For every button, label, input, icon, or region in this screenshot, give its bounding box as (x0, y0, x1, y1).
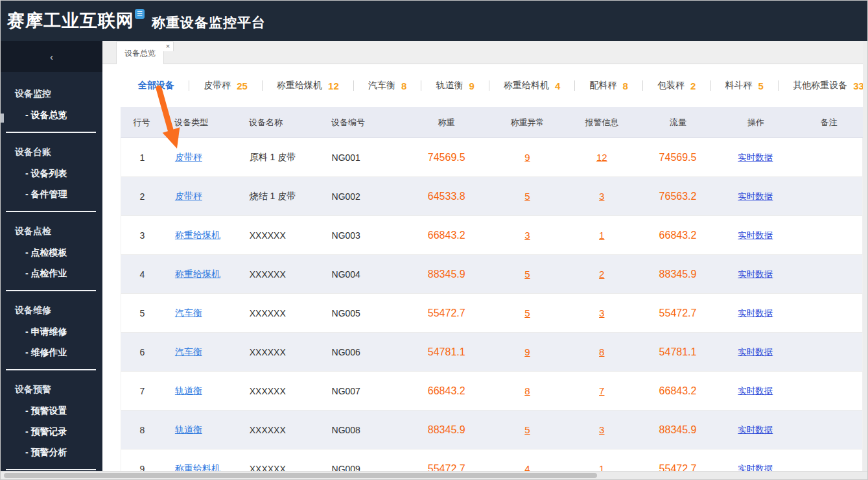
realtime-data-link[interactable]: 实时数据 (738, 347, 773, 357)
row-number: 8 (121, 425, 163, 435)
filter-bar: 全部设备皮带秤25称重给煤机12汽车衡8轨道衡9称重给料机4配料秤8包装秤2料斗… (138, 76, 864, 95)
tab-label: 设备总览 (124, 48, 156, 59)
sidebar-collapse-button[interactable]: ‹ (1, 41, 102, 72)
filter-item-label: 称重给煤机 (277, 80, 322, 91)
abnormal-count-link[interactable]: 5 (524, 191, 530, 202)
filter-item[interactable]: 称重给料机4 (504, 80, 560, 91)
realtime-data-link[interactable]: 实时数据 (738, 269, 773, 279)
table-cell: 88345.9 (403, 269, 490, 280)
table-cell: 实时数据 (716, 191, 794, 202)
tab-close-icon[interactable]: × (163, 42, 174, 51)
device-type-link[interactable]: 轨道衡 (175, 424, 202, 435)
filter-item[interactable]: 包装秤2 (657, 80, 696, 91)
filter-item[interactable]: 配料秤8 (590, 80, 628, 91)
alarm-count-link[interactable]: 2 (599, 269, 604, 280)
table-cell: 实时数据 (716, 152, 794, 163)
filter-item[interactable]: 轨道衡9 (436, 80, 474, 91)
flow-value: 88345.9 (659, 424, 697, 435)
device-type-link[interactable]: 皮带秤 (175, 191, 202, 201)
horizontal-scrollbar-thumb[interactable] (4, 473, 597, 478)
sidebar-item[interactable]: - 预警设置 (1, 400, 102, 421)
table-body: 1皮带秤原料 1 皮带NG00174569.591274569.5实时数据2皮带… (121, 138, 863, 480)
abnormal-count-link[interactable]: 9 (524, 152, 530, 163)
table-cell: 轨道衡 (163, 424, 225, 436)
weight-value: 88345.9 (428, 269, 465, 280)
filter-item[interactable]: 称重给煤机12 (277, 80, 339, 91)
device-type-link[interactable]: 汽车衡 (175, 346, 202, 357)
sidebar-item[interactable]: - 备件管理 (1, 184, 102, 204)
realtime-data-link[interactable]: 实时数据 (738, 308, 773, 318)
realtime-data-link[interactable]: 实时数据 (738, 386, 773, 396)
device-code: NG003 (312, 230, 403, 241)
alarm-count-link[interactable]: 3 (599, 424, 604, 435)
tab-device-overview[interactable]: 设备总览 × (116, 42, 164, 64)
abnormal-count-link[interactable]: 5 (524, 424, 530, 435)
table-row: 6汽车衡XXXXXXNG00654781.19854781.1实时数据 (121, 333, 863, 372)
sidebar-item[interactable]: - 预警记录 (1, 421, 102, 442)
table-cell: 88345.9 (403, 424, 490, 436)
sidebar-item[interactable]: - 申请维修 (1, 321, 102, 342)
alarm-count-link[interactable]: 1 (599, 230, 604, 241)
device-type-link[interactable]: 轨道衡 (175, 385, 202, 396)
alarm-count-link[interactable]: 7 (599, 385, 604, 396)
weight-value: 66843.2 (428, 230, 465, 241)
alarm-count-link[interactable]: 3 (599, 191, 604, 202)
filter-item[interactable]: 料斗秤5 (725, 80, 764, 91)
device-type-link[interactable]: 汽车衡 (175, 307, 202, 318)
vertical-scrollbar[interactable] (863, 41, 867, 472)
column-header: 称重异常 (490, 117, 565, 128)
menu-badge-icon: ☰ (135, 9, 145, 19)
column-header: 报警信息 (565, 117, 639, 128)
table-cell: 74569.5 (639, 152, 717, 163)
filter-item[interactable]: 皮带秤25 (204, 80, 248, 91)
sidebar-item[interactable]: - 设备总览 (1, 104, 102, 125)
abnormal-count-link[interactable]: 9 (524, 346, 530, 357)
filter-item[interactable]: 汽车衡8 (368, 80, 406, 91)
alarm-count-link[interactable]: 12 (596, 152, 607, 163)
device-code: NG004 (312, 269, 403, 280)
abnormal-count-link[interactable]: 5 (524, 307, 530, 318)
alarm-count-link[interactable]: 3 (599, 307, 604, 318)
sidebar-nav: 设备监控- 设备总览设备台账- 设备列表- 备件管理设备点检- 点检模板- 点检… (1, 72, 102, 470)
filter-item-label: 称重给料机 (504, 80, 549, 91)
sidebar-item[interactable]: - 设备列表 (1, 163, 102, 184)
table-cell: 64533.8 (403, 191, 490, 202)
abnormal-count-link[interactable]: 3 (524, 230, 530, 241)
device-code: NG001 (312, 152, 403, 163)
filter-item[interactable]: 其他称重设备33 (793, 80, 864, 91)
filter-item-label: 料斗秤 (725, 80, 753, 91)
horizontal-scrollbar[interactable] (1, 471, 868, 479)
table-cell: 7 (565, 385, 639, 396)
sidebar-item[interactable]: - 预警分析 (1, 442, 102, 462)
filter-item-label: 皮带秤 (204, 80, 231, 91)
table-cell: 76563.2 (639, 191, 717, 202)
filter-item-all-devices[interactable]: 全部设备 (138, 80, 174, 91)
sidebar-item[interactable]: - 点检作业 (1, 263, 102, 283)
alarm-count-link[interactable]: 8 (599, 346, 604, 357)
realtime-data-link[interactable]: 实时数据 (738, 152, 773, 162)
realtime-data-link[interactable]: 实时数据 (738, 230, 773, 240)
abnormal-count-link[interactable]: 8 (524, 385, 530, 396)
column-header: 流量 (639, 117, 717, 128)
app-header: 赛摩工业互联网 ☰ 称重设备监控平台 (1, 1, 868, 41)
sidebar-divider (6, 290, 96, 291)
table-row: 8轨道衡XXXXXXNG00888345.95388345.9实时数据 (121, 411, 863, 450)
row-number: 3 (121, 230, 163, 241)
table-cell: 1 (565, 230, 639, 241)
abnormal-count-link[interactable]: 5 (524, 269, 530, 280)
app-window: 赛摩工业互联网 ☰ 称重设备监控平台 ‹ 设备监控- 设备总览设备台账- 设备列… (0, 0, 868, 480)
sidebar-item[interactable]: - 维修作业 (1, 342, 102, 363)
device-type-link[interactable]: 称重给煤机 (175, 230, 220, 240)
table-cell: 皮带秤 (163, 152, 225, 163)
flow-value: 55472.7 (659, 307, 697, 318)
realtime-data-link[interactable]: 实时数据 (738, 425, 773, 435)
device-type-link[interactable]: 称重给煤机 (175, 269, 220, 279)
sidebar-item[interactable]: - 点检模板 (1, 242, 102, 263)
table-row: 5汽车衡XXXXXXNG00555472.75355472.7实时数据 (121, 294, 863, 333)
filter-item-count: 8 (623, 80, 628, 91)
device-type-link[interactable]: 皮带秤 (175, 152, 202, 162)
sidebar-section-title: 设备监控 (1, 82, 102, 104)
table-cell: 皮带秤 (163, 191, 225, 202)
filter-separator (189, 80, 189, 91)
realtime-data-link[interactable]: 实时数据 (738, 191, 773, 201)
